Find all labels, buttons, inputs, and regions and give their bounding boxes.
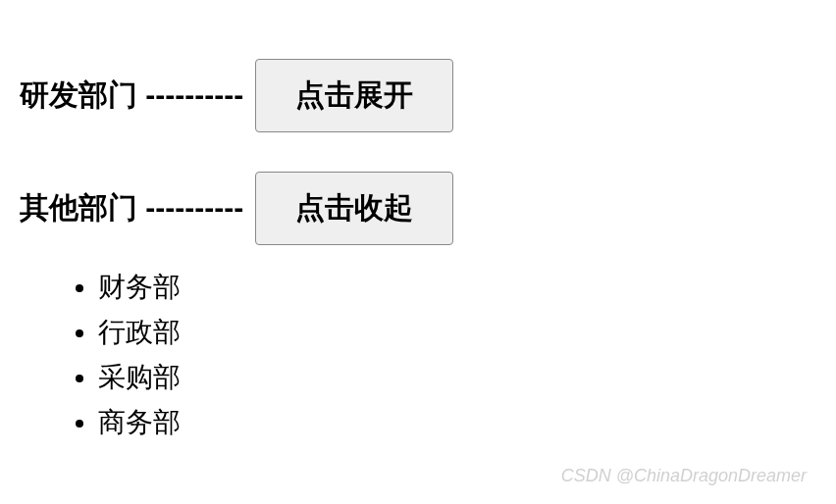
list-item: 采购部 [98,355,816,400]
list-item: 行政部 [98,310,816,355]
section-other-row: 其他部门 ---------- 点击收起 [20,172,816,245]
section-rd-label: 研发部门 ---------- [20,76,243,116]
section-other-label: 其他部门 ---------- [20,188,243,228]
section-rd-row: 研发部门 ---------- 点击展开 [20,59,816,132]
list-item: 商务部 [98,400,816,445]
other-departments-list: 财务部 行政部 采购部 商务部 [98,265,816,445]
expand-button-rd[interactable]: 点击展开 [255,59,453,132]
watermark: CSDN @ChinaDragonDreamer [561,466,807,486]
collapse-button-other[interactable]: 点击收起 [255,172,453,245]
list-item: 财务部 [98,265,816,310]
